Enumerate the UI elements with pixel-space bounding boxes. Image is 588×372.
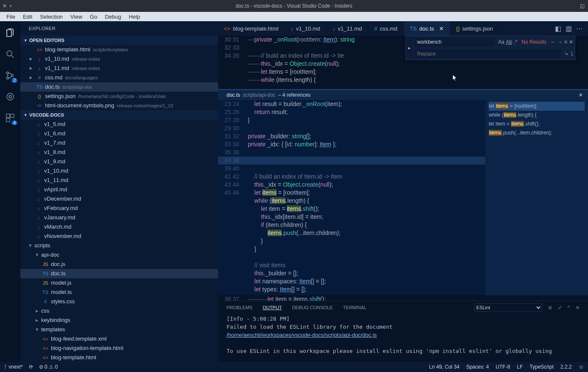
editor-tab[interactable]: #css.md xyxy=(368,21,403,36)
file-item[interactable]: TSmodel.ts xyxy=(20,288,218,297)
editor-bottom[interactable]: 36 37 ············let item = items.shift… xyxy=(218,295,588,301)
editor-tab[interactable]: <>blog-template.html xyxy=(218,21,285,36)
debug-icon[interactable] xyxy=(4,91,16,103)
file-item[interactable]: ↓v1_9.md xyxy=(20,157,218,166)
open-editors-header[interactable]: ▾OPEN EDITORS xyxy=(20,36,218,45)
sync-icon[interactable]: ⟳ xyxy=(29,364,33,370)
folder-item[interactable]: ▸keybindings xyxy=(20,316,218,325)
open-editor-item[interactable]: {}settings.json /home/aeschli/.config/Co… xyxy=(20,92,218,101)
eol-status[interactable]: LF xyxy=(517,364,523,370)
file-item[interactable]: ↓v1_5.md xyxy=(20,120,218,129)
file-item[interactable]: ↓vJanuary.md xyxy=(20,213,218,222)
file-item[interactable]: #styles.css xyxy=(20,297,218,306)
open-editor-item[interactable]: <>blog-template.html scripts/templates xyxy=(20,45,218,54)
peek-ref-item[interactable]: items.push(...item.children); xyxy=(489,129,585,137)
open-editor-item[interactable]: ●↓v1_11.md release-notes xyxy=(20,64,218,73)
folder-item[interactable]: ▾scripts xyxy=(20,241,218,250)
find-input[interactable] xyxy=(414,37,495,47)
find-toggle-icon[interactable]: ▸ xyxy=(406,36,413,60)
panel-tab-problems[interactable]: PROBLEMS xyxy=(227,305,252,310)
close-icon[interactable]: ✕ xyxy=(3,3,7,9)
encoding-status[interactable]: UTF-8 xyxy=(496,364,510,370)
peek-ref-item[interactable]: let items = [rootItem]; xyxy=(489,102,585,111)
layout-icon[interactable]: ▥ xyxy=(566,25,572,33)
folder-item[interactable]: ▸css xyxy=(20,306,218,316)
prev-match-icon[interactable]: ← xyxy=(551,39,556,45)
editor-tab[interactable]: ↓v1_11.md xyxy=(327,21,369,36)
peek-editor[interactable]: 23 24 25 26 27 28 29 30 31 32 33 34 35 3… xyxy=(218,100,485,295)
file-item[interactable]: ↓v1_6.md xyxy=(20,129,218,138)
panel-tab-output[interactable]: OUTPUT xyxy=(263,305,282,310)
panel-close-icon[interactable]: ✕ xyxy=(576,305,580,310)
file-item[interactable]: JSmodel.js xyxy=(20,278,218,288)
folder-item[interactable]: ▾api-doc xyxy=(20,250,218,260)
panel-body[interactable]: [Info - 5:08:28 PM]Failed to load the ES… xyxy=(218,314,588,362)
explorer-icon[interactable] xyxy=(4,27,16,39)
file-item[interactable]: <>blog-feed.template.xml xyxy=(20,334,218,344)
peek-ref-item[interactable]: let item = items.shift(); xyxy=(489,120,585,129)
cursor-pos[interactable]: Ln 49, Col 34 xyxy=(429,364,459,370)
replace-all-icon[interactable]: ⤵ xyxy=(571,51,573,57)
branch-icon[interactable]: ᚶ vnext* xyxy=(4,364,23,370)
find-selection-icon[interactable]: ≡ xyxy=(564,39,567,45)
editor-tab[interactable]: ↓v1_10.md xyxy=(285,21,327,36)
peek-close-icon[interactable]: ✕ xyxy=(579,92,583,98)
panel-lock-icon[interactable]: ⤢ xyxy=(558,305,562,310)
ts-version[interactable]: 2.2.2 xyxy=(560,364,572,370)
next-match-icon[interactable]: → xyxy=(557,39,563,45)
menu-help[interactable]: Help xyxy=(125,13,144,21)
open-editor-item[interactable]: ▭html-document-symbols.png release-notes… xyxy=(20,101,218,110)
feedback-icon[interactable]: ☺ xyxy=(579,364,584,370)
panel-max-icon[interactable]: ^ xyxy=(568,305,570,310)
file-item[interactable]: ↓vDecember.md xyxy=(20,194,218,204)
panel-tab-terminal[interactable]: TERMINAL xyxy=(343,305,367,310)
editor-tab[interactable]: TSdoc.ts ✕ xyxy=(404,21,450,36)
file-item[interactable]: <>blog-navigation-template.html xyxy=(20,344,218,353)
output-channel-select[interactable]: ESLint xyxy=(474,303,542,312)
indent-status[interactable]: Spaces: 4 xyxy=(466,364,489,370)
whole-word-icon[interactable]: Ab xyxy=(506,39,512,45)
editor-tab[interactable]: {}settings.json xyxy=(450,21,499,36)
file-item[interactable]: TSdoc.ts xyxy=(20,269,218,278)
peek-ref-item[interactable]: while (items.length) { xyxy=(489,111,585,120)
file-item[interactable]: JSdoc.js xyxy=(20,260,218,269)
file-item[interactable]: ↓v1_7.md xyxy=(20,138,218,148)
file-item[interactable]: ↓v1_11.md xyxy=(20,176,218,185)
menu-debug[interactable]: Debug xyxy=(101,13,125,21)
menu-file[interactable]: File xyxy=(3,13,19,21)
open-editor-item[interactable]: TSdoc.ts scripts/api-doc xyxy=(20,82,218,92)
file-item[interactable]: ↓vFebruary.md xyxy=(20,204,218,213)
workspace-header[interactable]: ▾VSCODE-DOCS xyxy=(20,110,218,120)
open-editor-item[interactable]: ●#css.md docs/languages xyxy=(20,73,218,82)
open-editor-item[interactable]: ●↓v1_10.md release-notes xyxy=(20,54,218,64)
peek-reflist[interactable]: let items = [rootItem];while (items.leng… xyxy=(485,100,588,295)
search-icon[interactable] xyxy=(4,48,16,60)
clear-output-icon[interactable]: ⊘ xyxy=(548,305,552,310)
more-icon[interactable]: ⋯ xyxy=(576,25,583,33)
editor-top[interactable]: 30 31 32 33 34 35 ····private _onRoot(ro… xyxy=(218,36,588,90)
scm-icon[interactable]: 2 xyxy=(4,70,16,81)
panel-tab-debug[interactable]: DEBUG CONSOLE xyxy=(292,305,333,310)
menu-edit[interactable]: Edit xyxy=(19,13,36,21)
menu-go[interactable]: Go xyxy=(86,13,101,21)
file-item[interactable]: ↓v1_8.md xyxy=(20,148,218,157)
file-item[interactable]: ↓vNovember.md xyxy=(20,232,218,241)
file-item[interactable]: <>blog-template.html xyxy=(20,353,218,362)
minimize-icon[interactable]: ▾ xyxy=(9,3,12,9)
split-icon[interactable]: ◧ xyxy=(555,25,561,33)
close-find-icon[interactable]: ✕ xyxy=(569,39,573,45)
replace-one-icon[interactable]: ⤷ xyxy=(565,51,569,57)
file-item[interactable]: ↓vApril.md xyxy=(20,185,218,194)
language-status[interactable]: TypeScript xyxy=(529,364,554,370)
tab-close-icon[interactable]: ✕ xyxy=(439,25,444,32)
folder-item[interactable]: ▾templates xyxy=(20,325,218,334)
extensions-icon[interactable]: 4 xyxy=(4,112,16,124)
file-item[interactable]: ↓vMarch.md xyxy=(20,222,218,232)
file-item[interactable]: ↓v1_10.md xyxy=(20,166,218,176)
replace-input[interactable] xyxy=(414,49,561,59)
regex-icon[interactable]: .* xyxy=(514,39,517,45)
menu-view[interactable]: View xyxy=(67,13,86,21)
maximize-icon[interactable]: ◱ xyxy=(580,3,585,9)
errors-status[interactable]: ⊘ 0 ⚠ 0 xyxy=(39,364,58,370)
match-case-icon[interactable]: Aa xyxy=(498,39,504,45)
